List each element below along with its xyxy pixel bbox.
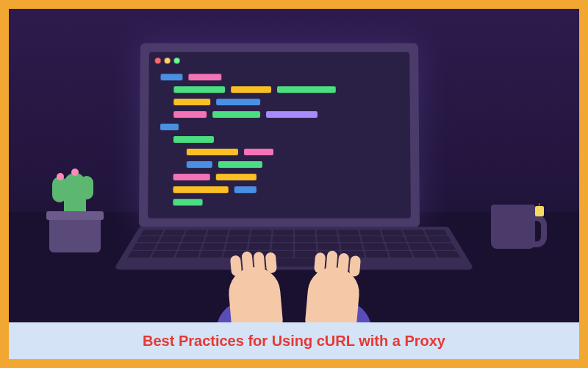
cactus-icon <box>49 216 101 252</box>
flower-icon <box>71 169 79 176</box>
code-editor <box>148 52 411 219</box>
plant-pot <box>49 216 101 252</box>
illustration-scene <box>9 9 579 322</box>
flower-icon <box>57 173 64 180</box>
caption-bar: Best Practices for Using cURL with a Pro… <box>9 322 579 359</box>
cactus-body <box>64 173 86 217</box>
tea-tag-icon <box>535 206 544 216</box>
close-dot-icon <box>155 58 161 64</box>
caption-text: Best Practices for Using cURL with a Pro… <box>143 333 445 350</box>
mug-icon <box>491 205 535 249</box>
laptop-keyboard <box>114 227 475 269</box>
maximize-dot-icon <box>174 58 180 64</box>
code-block <box>154 71 405 214</box>
minimize-dot-icon <box>165 58 171 64</box>
laptop-screen <box>139 43 420 227</box>
laptop-icon <box>140 43 448 300</box>
image-frame: Best Practices for Using cURL with a Pro… <box>9 9 579 359</box>
window-controls <box>155 58 404 64</box>
